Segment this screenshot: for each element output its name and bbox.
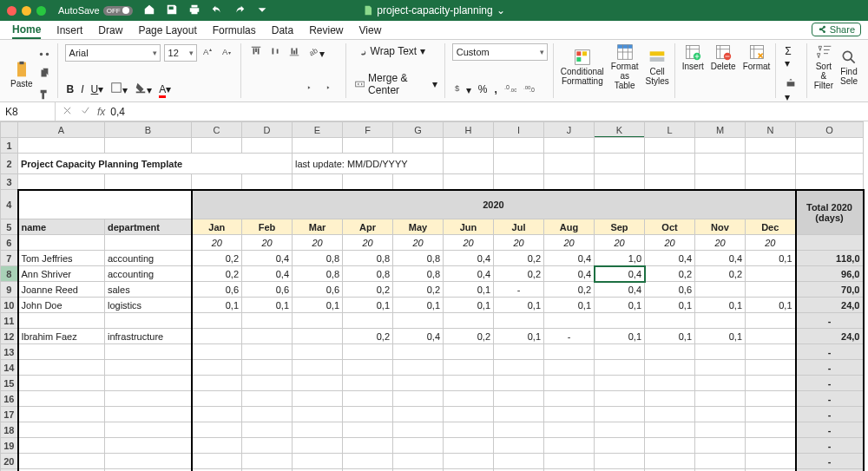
row-header-16[interactable]: 16	[1, 391, 18, 407]
capacity-cell[interactable]: -	[494, 282, 544, 298]
minimize-window-button[interactable]	[22, 6, 31, 16]
tab-draw[interactable]: Draw	[98, 23, 122, 38]
capacity-cell[interactable]: 0,1	[746, 251, 796, 266]
align-left-icon[interactable]	[248, 80, 264, 98]
person-name[interactable]: Ibrahim Faez	[18, 329, 105, 344]
column-header-G[interactable]: G	[393, 122, 444, 138]
capacity-cell[interactable]	[695, 438, 746, 454]
column-header-E[interactable]: E	[293, 122, 343, 138]
increase-indent-icon[interactable]	[325, 80, 340, 98]
italic-icon[interactable]: I	[79, 82, 85, 97]
close-window-button[interactable]	[7, 6, 16, 16]
working-days[interactable]: 20	[645, 235, 695, 251]
capacity-cell[interactable]: 0,4	[393, 329, 444, 344]
capacity-cell[interactable]	[242, 360, 293, 376]
person-name[interactable]	[18, 313, 105, 329]
row-header-9[interactable]: 9	[1, 282, 18, 298]
capacity-cell[interactable]: 0,1	[494, 329, 544, 344]
row-header-20[interactable]: 20	[1, 454, 18, 469]
capacity-cell[interactable]: 0,1	[645, 298, 695, 313]
capacity-cell[interactable]	[242, 407, 293, 422]
column-header-I[interactable]: I	[494, 122, 544, 138]
capacity-cell[interactable]	[695, 282, 746, 298]
capacity-cell[interactable]: 1,0	[595, 251, 645, 266]
capacity-cell[interactable]	[544, 376, 595, 391]
row-header-8[interactable]: 8	[1, 266, 18, 282]
capacity-cell[interactable]	[544, 344, 595, 360]
capacity-cell[interactable]: 0,8	[293, 266, 343, 282]
increase-decimal-icon[interactable]: .0.00	[503, 80, 518, 98]
align-right-icon[interactable]	[286, 80, 302, 98]
redo-icon[interactable]	[232, 2, 247, 20]
capacity-cell[interactable]	[544, 407, 595, 422]
capacity-cell[interactable]: 0,6	[645, 282, 695, 298]
wrap-text-button[interactable]: Wrap Text ▾	[353, 43, 439, 59]
person-name[interactable]: Joanne Reed	[18, 282, 105, 298]
capacity-cell[interactable]	[444, 344, 494, 360]
column-header-B[interactable]: B	[105, 122, 192, 138]
capacity-cell[interactable]: 0,1	[393, 298, 444, 313]
row-header-11[interactable]: 11	[1, 313, 18, 329]
capacity-cell[interactable]	[695, 313, 746, 329]
delete-cells-button[interactable]: Delete	[711, 43, 736, 71]
capacity-cell[interactable]	[293, 391, 343, 407]
capacity-cell[interactable]	[293, 438, 343, 454]
capacity-cell[interactable]	[192, 391, 242, 407]
capacity-cell[interactable]	[494, 438, 544, 454]
capacity-cell[interactable]: 0,6	[242, 282, 293, 298]
sort-filter-button[interactable]: Sort & Filter	[814, 43, 833, 90]
row-header-1[interactable]: 1	[1, 138, 18, 154]
capacity-cell[interactable]	[695, 360, 746, 376]
capacity-cell[interactable]	[494, 422, 544, 438]
capacity-cell[interactable]	[343, 344, 393, 360]
capacity-cell[interactable]	[544, 422, 595, 438]
row-header-15[interactable]: 15	[1, 376, 18, 391]
capacity-cell[interactable]: 0,1	[544, 298, 595, 313]
save-icon[interactable]	[164, 2, 180, 20]
capacity-cell[interactable]: 0,2	[494, 266, 544, 282]
column-header-N[interactable]: N	[746, 122, 796, 138]
capacity-cell[interactable]	[192, 329, 242, 344]
capacity-cell[interactable]	[242, 454, 293, 469]
font-color-icon[interactable]: A▾	[157, 82, 173, 97]
capacity-cell[interactable]: 0,4	[444, 266, 494, 282]
capacity-cell[interactable]	[746, 344, 796, 360]
align-middle-icon[interactable]	[267, 43, 283, 62]
capacity-cell[interactable]	[645, 422, 695, 438]
capacity-cell[interactable]: 0,8	[343, 266, 393, 282]
column-header-K[interactable]: K	[595, 122, 645, 138]
capacity-cell[interactable]	[695, 454, 746, 469]
person-department[interactable]: logistics	[105, 298, 192, 313]
working-days[interactable]: 20	[746, 235, 796, 251]
capacity-cell[interactable]	[393, 438, 444, 454]
capacity-cell[interactable]	[595, 407, 645, 422]
person-department[interactable]: accounting	[105, 251, 192, 266]
capacity-cell[interactable]: 0,1	[695, 298, 746, 313]
capacity-cell[interactable]	[444, 438, 494, 454]
capacity-cell[interactable]: 0,4	[242, 266, 293, 282]
capacity-cell[interactable]	[242, 376, 293, 391]
format-as-table-button[interactable]: Format as Table	[611, 43, 639, 90]
row-header-10[interactable]: 10	[1, 298, 18, 313]
person-name[interactable]: Tom Jeffries	[18, 251, 105, 266]
capacity-cell[interactable]	[595, 391, 645, 407]
capacity-cell[interactable]: 0,1	[595, 298, 645, 313]
capacity-cell[interactable]	[494, 360, 544, 376]
capacity-cell[interactable]	[444, 407, 494, 422]
capacity-cell[interactable]	[343, 454, 393, 469]
capacity-cell[interactable]	[494, 376, 544, 391]
person-department[interactable]: accounting	[105, 266, 192, 282]
capacity-cell[interactable]: 0,1	[242, 298, 293, 313]
capacity-cell[interactable]	[544, 313, 595, 329]
capacity-cell[interactable]	[595, 422, 645, 438]
capacity-cell[interactable]: 0,2	[343, 329, 393, 344]
capacity-cell[interactable]: 0,4	[695, 251, 746, 266]
capacity-cell[interactable]	[343, 376, 393, 391]
insert-cells-button[interactable]: Insert	[682, 43, 704, 71]
capacity-cell[interactable]: -	[544, 329, 595, 344]
tab-page-layout[interactable]: Page Layout	[138, 23, 196, 38]
capacity-cell[interactable]	[494, 454, 544, 469]
working-days[interactable]: 20	[494, 235, 544, 251]
percent-format-icon[interactable]: %	[477, 82, 490, 97]
name-box[interactable]: K8	[0, 102, 56, 121]
